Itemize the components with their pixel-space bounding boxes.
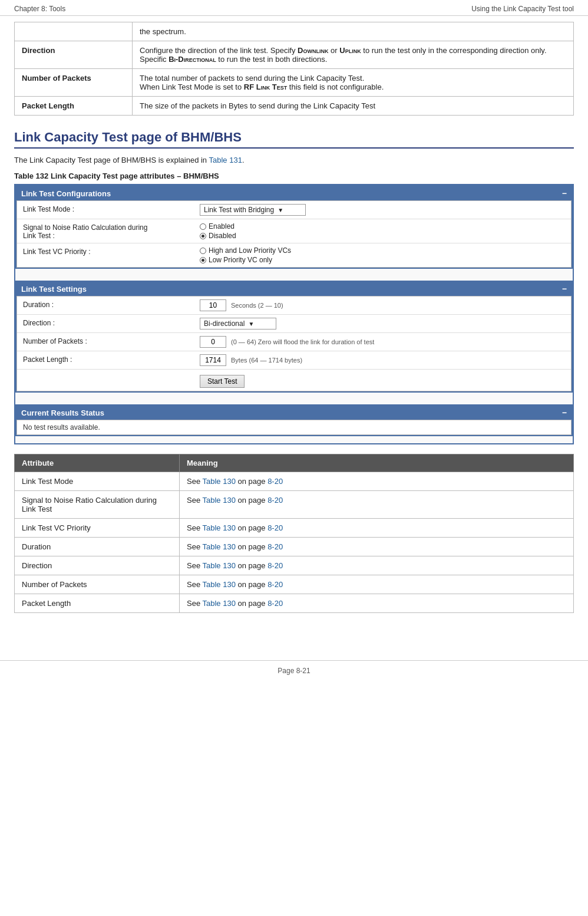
meaning-cell: See Table 130 on page 8-20	[180, 594, 574, 613]
start-test-row: Start Test	[17, 370, 571, 391]
direction-arrow-icon: ▼	[248, 321, 254, 327]
start-test-button[interactable]: Start Test	[200, 375, 245, 388]
page-link[interactable]: 8-20	[267, 496, 283, 505]
meaning-prefix: See	[187, 561, 203, 570]
snr-disabled-radio[interactable]	[200, 233, 206, 239]
snr-radio-group: Enabled Disabled	[200, 222, 236, 240]
meaning-prefix: See	[187, 599, 203, 608]
table-caption: Table 132 Link Capacity Test page attrib…	[14, 172, 574, 180]
meaning-mid: on page	[236, 496, 267, 505]
table130-link[interactable]: Table 130	[203, 496, 236, 505]
snr-disabled-option[interactable]: Disabled	[200, 232, 236, 240]
table-cell-label	[15, 22, 133, 41]
table-row: Packet LengthSee Table 130 on page 8-20	[15, 594, 574, 613]
duration-row: Duration : Seconds (2 — 10)	[17, 296, 571, 315]
direction-value: Bi-directional	[204, 319, 245, 328]
section-intro: The Link Capacity Test page of BHM/BHS i…	[14, 156, 574, 164]
results-section-body: No test results available.	[16, 420, 572, 435]
meaning-mid: on page	[236, 477, 267, 486]
duration-control: Seconds (2 — 10)	[200, 299, 565, 311]
duration-input[interactable]	[200, 299, 226, 311]
vc-low-option[interactable]: Low Priority VC only	[200, 256, 291, 264]
page-link[interactable]: 8-20	[267, 523, 283, 532]
start-test-control: Start Test	[200, 373, 565, 388]
results-section-title: Current Results Status	[21, 408, 104, 417]
attr-cell: Signal to Noise Ratio Calculation during…	[15, 491, 180, 519]
attr-cell: Duration	[15, 538, 180, 556]
meaning-prefix: See	[187, 477, 203, 486]
results-collapse-icon[interactable]: −	[562, 408, 567, 417]
num-packets-input[interactable]	[200, 336, 226, 348]
meaning-prefix: See	[187, 496, 203, 505]
section-gap	[15, 276, 573, 281]
vc-priority-label: Link Test VC Priority :	[23, 246, 200, 256]
packet-length-label: Packet Length :	[23, 354, 200, 364]
table130-link[interactable]: Table 130	[203, 542, 236, 551]
table-cell-label: Packet Length	[15, 97, 133, 116]
packet-length-input[interactable]	[200, 354, 226, 366]
table-row: Number of Packets The total number of pa…	[15, 69, 574, 97]
table-cell-content: Configure the direction of the link test…	[133, 41, 574, 69]
meaning-mid: on page	[236, 561, 267, 570]
table-row: Packet Length The size of the packets in…	[15, 97, 574, 116]
link-test-settings-section: Link Test Settings − Duration : Seconds …	[15, 281, 573, 393]
meaning-prefix: See	[187, 523, 203, 532]
duration-hint: Seconds (2 — 10)	[231, 302, 283, 309]
meaning-cell: See Table 130 on page 8-20	[180, 472, 574, 491]
meaning-cell: See Table 130 on page 8-20	[180, 491, 574, 519]
vc-priority-radio-group: High and Low Priority VCs Low Priority V…	[200, 246, 291, 264]
meaning-cell: See Table 130 on page 8-20	[180, 556, 574, 575]
link-test-mode-value: Link Test with Bridging	[204, 206, 274, 214]
vc-high-label: High and Low Priority VCs	[209, 246, 291, 255]
page-link[interactable]: 8-20	[267, 599, 283, 608]
num-packets-control: (0 — 64) Zero will flood the link for du…	[200, 336, 565, 348]
num-packets-row: Number of Packets : (0 — 64) Zero will f…	[17, 333, 571, 351]
results-content: No test results available.	[17, 420, 571, 434]
results-section: Current Results Status − No test results…	[15, 404, 573, 436]
section-label: Using the Link Capacity Test tool	[471, 5, 574, 13]
select-arrow-icon: ▼	[278, 207, 283, 213]
meaning-cell: See Table 130 on page 8-20	[180, 538, 574, 556]
table-cell-content: the spectrum.	[133, 22, 574, 41]
table130-link[interactable]: Table 130	[203, 523, 236, 532]
direction-select[interactable]: Bi-directional ▼	[200, 318, 276, 330]
link-test-config-section: Link Test Configurations − Link Test Mod…	[15, 185, 573, 269]
vc-high-option[interactable]: High and Low Priority VCs	[200, 246, 291, 255]
snr-label: Signal to Noise Ratio Calculation during…	[23, 222, 200, 240]
attr-cell: Link Test Mode	[15, 472, 180, 491]
num-packets-hint: (0 — 64) Zero will flood the link for du…	[231, 338, 374, 345]
table130-link[interactable]: Table 130	[203, 599, 236, 608]
main-content: the spectrum. Direction Configure the di…	[0, 22, 588, 637]
table130-link[interactable]: Table 130	[203, 580, 236, 589]
config-section-body: Link Test Mode : Link Test with Bridging…	[16, 200, 572, 268]
meaning-mid: on page	[236, 523, 267, 532]
table130-link[interactable]: Table 130	[203, 561, 236, 570]
table131-link[interactable]: Table 131	[209, 156, 242, 164]
vc-high-radio[interactable]	[200, 248, 206, 254]
page-link[interactable]: 8-20	[267, 542, 283, 551]
section-heading: Link Capacity Test page of BHM/BHS	[14, 130, 574, 149]
config-collapse-icon[interactable]: −	[562, 189, 567, 198]
table-row: the spectrum.	[15, 22, 574, 41]
link-test-mode-select[interactable]: Link Test with Bridging ▼	[200, 204, 306, 216]
snr-enabled-option[interactable]: Enabled	[200, 222, 236, 230]
meaning-mid: on page	[236, 542, 267, 551]
page-link[interactable]: 8-20	[267, 561, 283, 570]
page-link[interactable]: 8-20	[267, 580, 283, 589]
attr-col-header: Attribute	[15, 454, 180, 472]
link-test-mode-row: Link Test Mode : Link Test with Bridging…	[17, 201, 571, 219]
vc-low-radio[interactable]	[200, 257, 206, 263]
page-link[interactable]: 8-20	[267, 477, 283, 486]
table-row: Direction Configure the direction of the…	[15, 41, 574, 69]
direction-control: Bi-directional ▼	[200, 318, 565, 330]
packet-length-control: Bytes (64 — 1714 bytes)	[200, 354, 565, 366]
table-row: Number of PacketsSee Table 130 on page 8…	[15, 575, 574, 594]
table-cell-content: The size of the packets in Bytes to send…	[133, 97, 574, 116]
meaning-mid: on page	[236, 580, 267, 589]
settings-section-header: Link Test Settings −	[16, 282, 572, 296]
packet-length-row: Packet Length : Bytes (64 — 1714 bytes)	[17, 351, 571, 370]
snr-enabled-radio[interactable]	[200, 223, 206, 230]
settings-collapse-icon[interactable]: −	[562, 284, 567, 294]
attr-cell: Packet Length	[15, 594, 180, 613]
table130-link[interactable]: Table 130	[203, 477, 236, 486]
